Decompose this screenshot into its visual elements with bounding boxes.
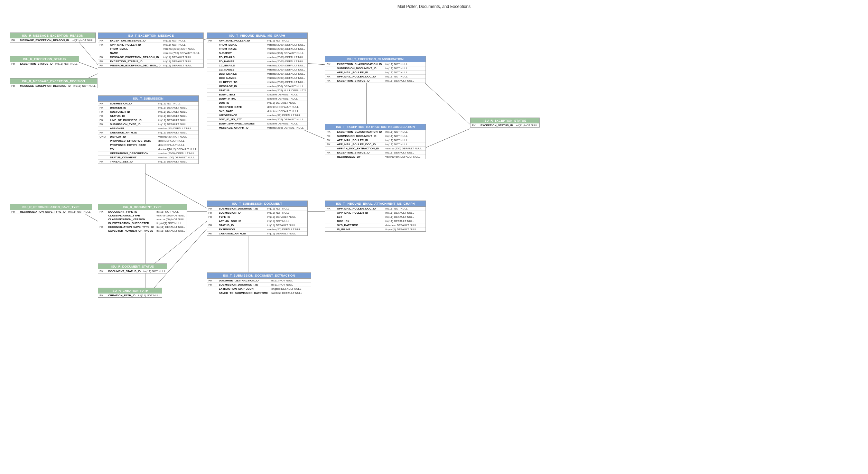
svg-line-6: [422, 80, 470, 124]
table-row: STATUS_COMMENT varchar(150) DEFAULT NULL: [98, 156, 198, 160]
table-row: OPERATIONS_DESCRIPTION varchar(2000) DEF…: [98, 151, 198, 156]
table-row: MESSAGE_GRAPH_ID varchar(255) DEFAULT NU…: [207, 126, 307, 130]
svg-line-15: [149, 229, 207, 294]
table-row: FK CREATION_PATH_ID int(11) DEFAULT NULL: [207, 232, 307, 236]
table-row: SYS_DATETIME datetime DEFAULT NULL: [325, 223, 426, 227]
table-header: ISU_T_SUBMISSION: [98, 96, 198, 102]
table-row: DOC_ID_NO_ATT varchar(255) DEFAULT NULL: [207, 118, 307, 122]
table-header: ISU_T_SUBMISSION_DOCUMENT_EXTRACTION: [207, 273, 311, 279]
table-header: ISU_R_MESSAGE_EXCEPTION_DECISION: [10, 78, 97, 84]
table-row: FK SUBMISSION_TYPE_ID int(11) DEFAULT NU…: [98, 122, 198, 127]
table-row: CC_EMAILS varchar(2000) DEFAULT NULL: [207, 64, 307, 68]
table-row: PK EXCEPTION_MESSAGE_ID int(11) NOT NULL: [98, 39, 203, 43]
table-row: APP_MAIL_POLLER_ID int(11) NOT NULL: [325, 71, 426, 75]
table-row: FROM_EMAIL varchar(2000) DEFAULT NULL: [207, 43, 307, 47]
table-header: ISU_R_DOCUMENT_STATUS: [98, 264, 167, 269]
table-row: FK EXCEPTION_STATUS_ID int(11) DEFAULT N…: [325, 151, 426, 155]
table-row: ELT int(11) DEFAULT NULL: [325, 215, 426, 219]
table-ISU_T_INBOUND_EMAIL_MS_GRAPH: ISU_T_INBOUND_EMAIL_MS_GRAPH PK APP_MAIL…: [207, 32, 308, 130]
table-row: SUBJECT varchar(998) DEFAULT NULL: [207, 51, 307, 55]
table-header: ISU_R_RECONCILIATION_SAVE_TYPE: [10, 204, 92, 210]
table-header: ISU_R_EXCEPTION_STATUS: [10, 56, 79, 62]
table-row: PK EXCEPTION_STATUS_ID int(11) NOT NULL: [10, 62, 79, 66]
table-row: SYS_DATE datetime DEFAULT NULL: [207, 109, 307, 113]
table-row: FK TYPE_ID int(11) DEFAULT NULL: [207, 215, 307, 219]
table-row: FK EXCEPTION_STATUS_ID int(11) DEFAULT N…: [98, 59, 203, 64]
table-row: FK BROKER_ID int(11) DEFAULT NULL: [98, 106, 198, 110]
svg-line-8: [145, 174, 207, 208]
table-row: BCC_NAMES varchar(2000) DEFAULT NULL: [207, 76, 307, 80]
table-row: BODY_HTML longtext DEFAULT NULL: [207, 97, 307, 101]
table-row: FROM_NAME varchar(2000) DEFAULT NULL: [207, 47, 307, 51]
table-header: ISU_T_SUBMISSION_DOCUMENT: [207, 201, 307, 207]
table-row: NAME varchar(700) DEFAULT NULL: [98, 51, 203, 55]
table-ISU_R_MESSAGE_EXCEPTION_DECISION: ISU_R_MESSAGE_EXCEPTION_DECISION PK MESS…: [10, 78, 97, 88]
table-ISU_R_MESSAGE_EXCEPTION_REASON: ISU_R_MESSAGE_EXCEPTION_REASON PK MESSAG…: [10, 32, 96, 43]
table-row: PK APP_MAIL_POLLER_ID int(11) NOT NULL: [207, 39, 307, 43]
table-row: SAVED_TO_SUBMISSION_DATETIME datetime DE…: [207, 291, 311, 295]
table-header: ISU_R_MESSAGE_EXCEPTION_REASON: [10, 33, 95, 38]
table-row: EXPECTED_NUMBER_OF_PAGES int(11) DEFAULT…: [98, 229, 187, 233]
table-row: APPIAN_DOC_EXTRACTION_ID varchar(255) DE…: [325, 147, 426, 151]
table-row: FK CREATION_PATH_ID int(11) DEFAULT NULL: [98, 131, 198, 135]
table-row: PK EXCEPTION_CLASSIFICATION_ID int(11) N…: [325, 62, 426, 66]
table-row: FK STATUS_ID int(11) DEFAULT NULL: [98, 114, 198, 118]
table-row: PK DOCUMENT_EXTRACTION_ID int(11) NOT NU…: [207, 279, 311, 283]
table-row: FK EXCEPTION_STATUS_ID int(11) DEFAULT N…: [325, 79, 426, 83]
table-ISU_R_DOCUMENT_STATUS: ISU_R_DOCUMENT_STATUS PK DOCUMENT_STATUS…: [98, 263, 167, 273]
svg-line-1: [76, 61, 98, 69]
table-header: ISU_T_EXCEPTION_MESSAGE: [98, 33, 203, 39]
table-ISU_R_RECONCILIATION_SAVE_TYPE: ISU_R_RECONCILIATION_SAVE_TYPE PK RECONC…: [10, 204, 92, 214]
table-row: EXTRACTION_MAP_JSON longtext DEFAULT NUL…: [207, 287, 311, 291]
table-row: RECONCILED_BY varchar(50) DEFAULT NULL: [325, 155, 426, 159]
table-row: RECEIVED_DATE datetime DEFAULT NULL: [207, 105, 307, 109]
table-row: PK SUBMISSION_ID int(11) NOT NULL: [98, 102, 198, 106]
page-title: Mail Poller, Documents, and Exceptions: [0, 0, 868, 11]
table-ISU_T_SUBMISSION: ISU_T_SUBMISSION PK SUBMISSION_ID int(11…: [98, 95, 199, 164]
table-ISU_R_CREATION_PATH: ISU_R_CREATION_PATH PK CREATION_PATH_ID …: [98, 288, 162, 298]
table-row: FK LINE_OF_BUSINESS_ID int(11) DEFAULT N…: [98, 118, 198, 122]
table-row: FK MESSAGE_EXCEPTION_REASON_ID int(11) D…: [98, 55, 203, 59]
table-row: PK EXCEPTION_CLASSIFICATION_ID int(11) N…: [325, 130, 426, 134]
table-row: IS_INLINE tinyint(1) DEFAULT NULL: [325, 227, 426, 232]
table-ISU_R_EXCEPTION_STATUS-right: ISU_R_EXCEPTION_STATUS PK EXCEPTION_STAT…: [470, 118, 540, 128]
table-ISU_T_EXCEPTION_EXTRACTION_RECONCILIATION: ISU_T_EXCEPTION_EXTRACTION_RECONCILIATIO…: [325, 124, 426, 159]
table-row: STATUS varchar(255) NULL DEFAULT 5: [207, 89, 307, 93]
table-row: TO_NAMES varchar(2000) DEFAULT NULL: [207, 59, 307, 64]
table-row: SUBMISSION_DOCUMENT_ID int(11) NOT NULL: [325, 66, 426, 71]
table-row: FK APP_MAIL_POLLER_ID int(11) NOT NULL: [98, 43, 203, 47]
table-ISU_R_EXCEPTION_STATUS-left: ISU_R_EXCEPTION_STATUS PK EXCEPTION_STAT…: [10, 56, 79, 66]
table-row: PROPOSED_EFFECTIVE_DATE date DEFAULT NUL…: [98, 139, 198, 143]
table-ISU_T_EXCEPTION_MESSAGE: ISU_T_EXCEPTION_MESSAGE PK EXCEPTION_MES…: [98, 32, 204, 68]
table-row: BODY_SWAPPED_IMAGES longtext DEFAULT NUL…: [207, 122, 307, 126]
table-ISU_T_INBOUND_EMAIL_ATTACHMENT_MS_GRAPH: ISU_T_INBOUND_EMAIL_ATTACHMENT_MS_GRAPH …: [325, 201, 426, 232]
table-ISU_T_SUBMISSION_DOCUMENT_EXTRACTION: ISU_T_SUBMISSION_DOCUMENT_EXTRACTION PK …: [207, 272, 311, 295]
table-row: IN_REPLY_TO varchar(2000) DEFAULT NULL: [207, 80, 307, 84]
table-row: PK MESSAGE_EXCEPTION_DECISION_ID int(11)…: [10, 84, 97, 88]
svg-line-0: [76, 39, 98, 65]
table-row: FROM_EMAIL varchar(2000) NOT NULL: [98, 47, 203, 51]
table-header: ISU_T_EXCEPTION_EXTRACTION_RECONCILIATIO…: [325, 124, 426, 130]
table-row: FK APP_MAIL_POLLER_ID int(11) NOT NULL: [325, 138, 426, 142]
table-header: ISU_T_INBOUND_EMAIL_ATTACHMENT_MS_GRAPH: [325, 201, 426, 207]
table-row: IS_EXTRACTION_SUPPORTED tinyint(1) NOT N…: [98, 221, 187, 225]
table-row: TIV decimal(10, 2) DEFAULT NULL: [98, 147, 198, 151]
table-row: FK APP_MAIL_POLLER_DOC_ID int(11) NOT NU…: [325, 75, 426, 79]
table-row: EXTENSION varchar(20) DEFAULT NULL: [207, 227, 307, 232]
table-row: FK MESSAGE_EXCEPTION_DECISION_ID int(11)…: [98, 64, 203, 68]
table-row: DOC_ID int(11) DEFAULT NULL: [207, 101, 307, 105]
table-row: BCC_EMAILS varchar(2000) DEFAULT NULL: [207, 72, 307, 76]
table-row: ASSIGNEE varchar(50) DEFAULT NULL: [98, 127, 198, 131]
table-header: ISU_T_INBOUND_EMAIL_MS_GRAPH: [207, 33, 307, 39]
table-header: ISU_R_DOCUMENT_TYPE: [98, 204, 187, 210]
table-row: PK EXCEPTION_STATUS_ID int(11) NOT NULL: [470, 123, 539, 127]
table-row: PK APP_MAIL_POLLER_DOC_ID int(11) NOT NU…: [325, 207, 426, 211]
table-row: PK RECONCILIATION_SAVE_TYPE_ID int(11) N…: [10, 210, 92, 214]
table-ISU_T_EXCEPTION_CLASSIFICATION: ISU_T_EXCEPTION_CLASSIFICATION PK EXCEPT…: [325, 56, 426, 83]
table-row: TO_EMAILS varchar(2000) DEFAULT NULL: [207, 55, 307, 59]
table-row: FK RECONCILIATION_SAVE_TYPE_ID int(11) D…: [98, 225, 187, 229]
table-row: FK APP_MAIL_POLLER_DOC_ID int(11) NOT NU…: [325, 142, 426, 147]
table-row: CLASSIFICATION_VERSION varchar(50) NOT N…: [98, 217, 187, 221]
svg-line-16: [301, 129, 325, 139]
table-row: MESSAGE_ID varchar(500) DEFAULT NULL: [207, 84, 307, 89]
